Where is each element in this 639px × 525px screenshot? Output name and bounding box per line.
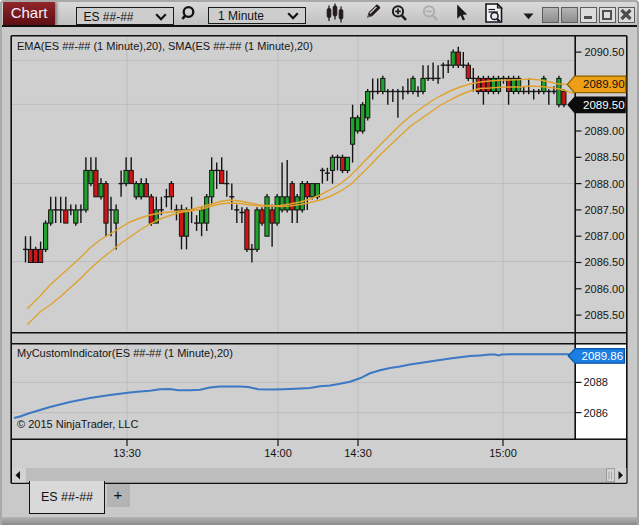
svg-text:2086: 2086 (584, 407, 608, 419)
svg-text:EMA(ES ##-## (1 Minute),20), S: EMA(ES ##-## (1 Minute),20), SMA(ES ##-#… (17, 40, 313, 52)
svg-text:2086.50: 2086.50 (585, 256, 625, 268)
svg-text:2085.50: 2085.50 (585, 309, 625, 321)
svg-text:2089.86: 2089.86 (582, 350, 624, 362)
svg-text:2088.00: 2088.00 (585, 178, 625, 190)
svg-text:14:30: 14:30 (344, 447, 372, 459)
svg-text:2086.00: 2086.00 (585, 283, 625, 295)
svg-text:2088: 2088 (584, 376, 608, 388)
svg-text:© 2015 NinjaTrader, LLC: © 2015 NinjaTrader, LLC (17, 418, 138, 430)
svg-text:2089.00: 2089.00 (585, 125, 625, 137)
svg-text:2089.50: 2089.50 (583, 99, 625, 111)
svg-text:2089.90: 2089.90 (583, 78, 625, 90)
svg-text:14:00: 14:00 (264, 447, 292, 459)
svg-text:2090.50: 2090.50 (585, 46, 625, 58)
svg-text:2088.50: 2088.50 (585, 151, 625, 163)
svg-text:2087.50: 2087.50 (585, 204, 625, 216)
svg-text:MyCustomIndicator(ES ##-## (1: MyCustomIndicator(ES ##-## (1 Minute),20… (17, 347, 233, 359)
svg-text:15:00: 15:00 (489, 447, 517, 459)
svg-text:13:30: 13:30 (113, 447, 141, 459)
svg-text:2087.00: 2087.00 (585, 230, 625, 242)
